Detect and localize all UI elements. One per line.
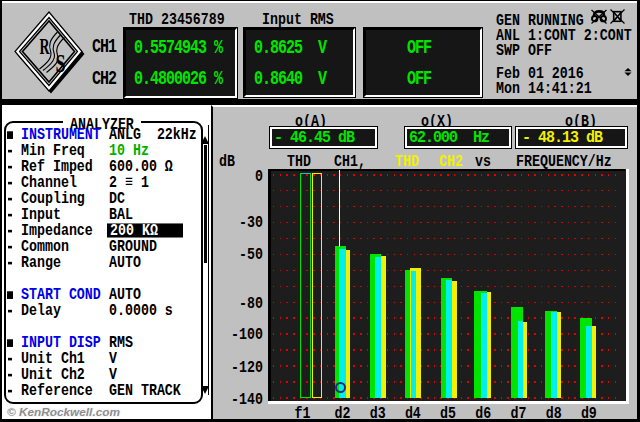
svg-text:R: R	[40, 33, 50, 59]
svg-text:S: S	[56, 50, 66, 77]
